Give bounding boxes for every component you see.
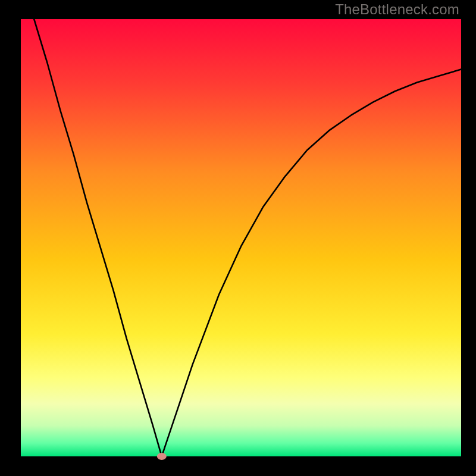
minimum-marker (157, 453, 167, 460)
watermark-text: TheBottleneck.com (335, 1, 459, 18)
chart-svg (0, 0, 476, 476)
gradient-background (21, 19, 461, 456)
chart-container: TheBottleneck.com (0, 0, 476, 476)
